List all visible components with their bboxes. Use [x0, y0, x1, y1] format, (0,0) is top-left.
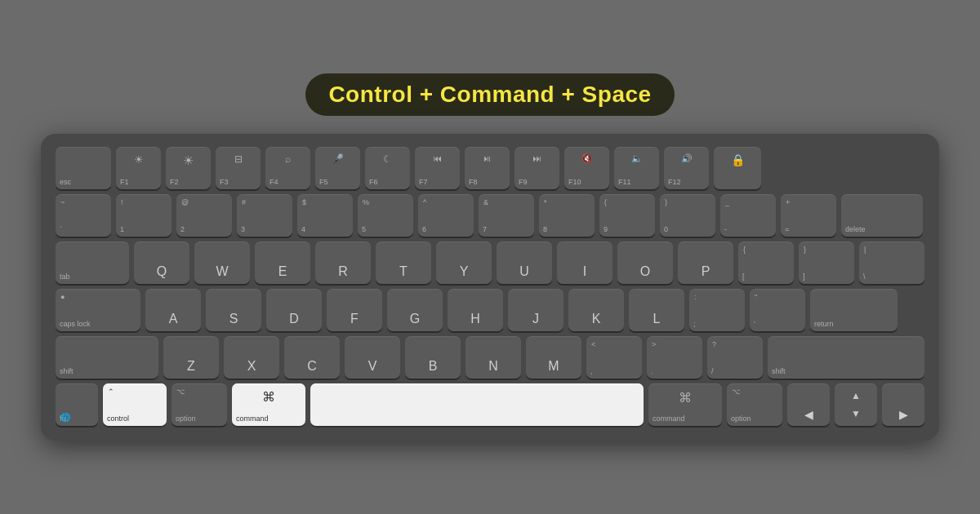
key-q[interactable]: Q — [134, 241, 189, 284]
key-f[interactable]: F — [327, 289, 382, 331]
key-slash[interactable]: ? / — [707, 336, 763, 379]
key-comma[interactable]: < , — [586, 336, 642, 379]
key-5[interactable]: % 5 — [358, 194, 413, 237]
key-open-bracket[interactable]: { [ — [738, 241, 794, 284]
title-text: Control + Command + Space — [328, 82, 651, 107]
key-f6[interactable]: ☾ F6 — [365, 147, 410, 189]
key-f2[interactable]: ☀ F2 — [166, 147, 211, 189]
key-f12[interactable]: 🔊 F12 — [664, 147, 709, 189]
key-equals[interactable]: + = — [781, 194, 836, 237]
row-bottom: fn 🌐 ⌃ control ⌥ option ⌘ command ⌘ comm… — [56, 383, 924, 426]
key-4[interactable]: $ 4 — [297, 194, 353, 237]
key-f8[interactable]: ⏯ F8 — [465, 147, 510, 189]
key-a[interactable]: A — [145, 289, 201, 331]
key-u[interactable]: U — [497, 241, 552, 284]
key-g[interactable]: G — [387, 289, 443, 331]
key-arrow-right[interactable]: ▶ — [882, 383, 924, 426]
key-h[interactable]: H — [448, 289, 503, 331]
key-f3[interactable]: ⊟ F3 — [216, 147, 261, 189]
key-p[interactable]: P — [678, 241, 733, 284]
key-j[interactable]: J — [508, 289, 564, 331]
key-arrow-left[interactable]: ◀ — [787, 383, 830, 426]
key-k[interactable]: K — [568, 289, 624, 331]
key-v[interactable]: V — [345, 336, 400, 379]
key-f1[interactable]: ☀ F1 — [116, 147, 161, 189]
key-w[interactable]: W — [194, 241, 250, 284]
key-f9[interactable]: ⏭ F9 — [514, 147, 559, 189]
key-t[interactable]: T — [376, 241, 431, 284]
row-fn: esc ☀ F1 ☀ F2 ⊟ F3 ⌕ F4 🎤 F5 ☾ F6 ⏮ F7 — [56, 147, 924, 189]
key-1[interactable]: ! 1 — [116, 194, 172, 237]
key-b[interactable]: B — [405, 336, 461, 379]
row-qwerty: tab Q W E R T Y U I O P — [56, 241, 924, 284]
key-space[interactable] — [310, 383, 644, 426]
key-8[interactable]: * 8 — [539, 194, 595, 237]
key-backslash[interactable]: | \ — [859, 241, 924, 284]
key-2[interactable]: @ 2 — [176, 194, 232, 237]
key-7[interactable]: & 7 — [479, 194, 534, 237]
key-f11[interactable]: 🔈 F11 — [614, 147, 659, 189]
key-x[interactable]: X — [224, 336, 279, 379]
row-numbers: ~ ` ! 1 @ 2 # 3 $ 4 % 5 ^ 6 & 7 — [56, 194, 924, 237]
key-s[interactable]: S — [206, 289, 261, 331]
key-semicolon[interactable]: : ; — [689, 289, 745, 331]
keyboard: esc ☀ F1 ☀ F2 ⊟ F3 ⌕ F4 🎤 F5 ☾ F6 ⏮ F7 — [41, 134, 939, 441]
key-o[interactable]: O — [617, 241, 673, 284]
key-6[interactable]: ^ 6 — [418, 194, 474, 237]
key-f10[interactable]: 🔇 F10 — [564, 147, 609, 189]
key-y[interactable]: Y — [436, 241, 492, 284]
key-minus[interactable]: _ - — [720, 194, 776, 237]
key-z[interactable]: Z — [163, 336, 219, 379]
key-shift-left[interactable]: shift — [56, 336, 158, 379]
key-f7[interactable]: ⏮ F7 — [415, 147, 460, 189]
key-command-right[interactable]: ⌘ command — [648, 383, 722, 426]
key-9[interactable]: ( 9 — [599, 194, 655, 237]
key-period[interactable]: > . — [647, 336, 702, 379]
key-3[interactable]: # 3 — [237, 194, 292, 237]
key-fn[interactable]: fn 🌐 — [56, 383, 98, 426]
row-asdf: ● caps lock A S D F G H J K L : — [56, 289, 924, 331]
key-f5[interactable]: 🎤 F5 — [315, 147, 360, 189]
key-esc[interactable]: esc — [56, 147, 111, 189]
key-l[interactable]: L — [629, 289, 684, 331]
key-lock[interactable]: 🔒 — [714, 147, 761, 189]
key-option-right[interactable]: ⌥ option — [727, 383, 782, 426]
key-command-left[interactable]: ⌘ command — [232, 383, 305, 426]
key-c[interactable]: C — [284, 336, 340, 379]
key-f4[interactable]: ⌕ F4 — [265, 147, 310, 189]
key-caps-lock[interactable]: ● caps lock — [56, 289, 140, 331]
key-shift-right[interactable]: shift — [768, 336, 924, 379]
key-close-bracket[interactable]: } ] — [799, 241, 854, 284]
key-arrow-up-down[interactable]: ▲ ▼ — [835, 383, 877, 426]
key-m[interactable]: M — [526, 336, 581, 379]
key-e[interactable]: E — [255, 241, 310, 284]
key-tab[interactable]: tab — [56, 241, 129, 284]
key-d[interactable]: D — [266, 289, 322, 331]
key-0[interactable]: ) 0 — [660, 194, 715, 237]
title-badge: Control + Command + Space — [305, 73, 674, 116]
row-zxcv: shift Z X C V B N M < , > . — [56, 336, 924, 379]
key-i[interactable]: I — [557, 241, 612, 284]
key-option-left[interactable]: ⌥ option — [172, 383, 227, 426]
key-return[interactable]: return — [810, 289, 898, 331]
key-control[interactable]: ⌃ control — [103, 383, 167, 426]
key-delete[interactable]: delete — [841, 194, 923, 237]
key-n[interactable]: N — [466, 336, 521, 379]
key-r[interactable]: R — [315, 241, 371, 284]
key-apostrophe[interactable]: " ' — [750, 289, 805, 331]
key-backtick[interactable]: ~ ` — [56, 194, 111, 237]
